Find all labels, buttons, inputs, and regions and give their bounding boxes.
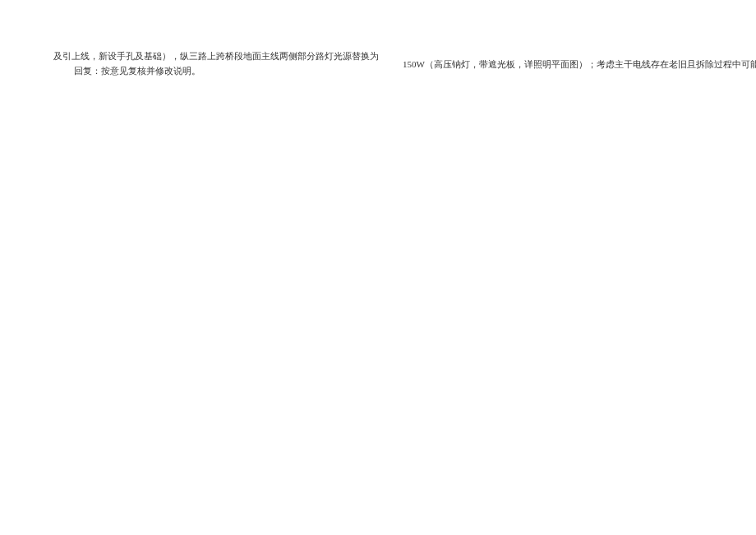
document-text-right: 150W（高压钠灯，带遮光板，详照明平面图）；考虑主干电线存在老旧且拆除过程中可… <box>403 58 756 72</box>
document-text-line-1: 及引上线，新设手孔及基础），纵三路上跨桥段地面主线两侧部分路灯光源替换为 <box>53 49 379 64</box>
document-text-line-2: 回复：按意见复核并修改说明。 <box>74 64 201 79</box>
